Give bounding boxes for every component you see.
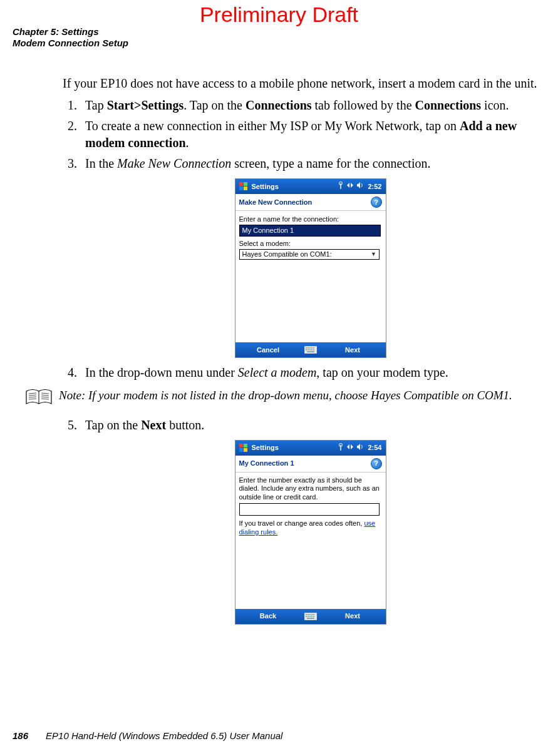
keyboard-icon[interactable] xyxy=(301,346,320,354)
svg-rect-15 xyxy=(311,349,313,350)
next-button[interactable]: Next xyxy=(320,343,386,357)
antenna-icon xyxy=(338,181,344,192)
device2-hint: If you travel or change area codes often… xyxy=(239,519,382,537)
watermark-preliminary-draft: Preliminary Draft xyxy=(0,3,558,27)
device2-body: Enter the number exactly as it should be… xyxy=(235,472,386,609)
book-note-icon xyxy=(25,389,53,411)
svg-rect-40 xyxy=(309,616,311,617)
device2-menu-bar: Back Next xyxy=(235,609,386,624)
svg-rect-29 xyxy=(244,448,247,452)
device1-modem-label: Select a modem: xyxy=(239,239,382,248)
step-3: In the Make New Connection screen, type … xyxy=(80,155,558,172)
device2-clock: 2:54 xyxy=(368,443,381,452)
svg-rect-43 xyxy=(307,618,314,619)
device2-screen-title-bar: My Connection 1 ? xyxy=(235,456,386,472)
svg-rect-1 xyxy=(244,182,247,186)
help-icon[interactable]: ? xyxy=(371,458,382,469)
device1-name-label: Enter a name for the connection: xyxy=(239,215,382,224)
svg-rect-27 xyxy=(244,444,247,447)
figure-enter-number: Settings 2:54 My Connection 1 ? xyxy=(63,440,558,625)
connection-name-input[interactable]: My Connection 1 xyxy=(239,225,381,237)
device2-title: Settings xyxy=(252,443,279,452)
windows-start-icon[interactable] xyxy=(239,444,248,452)
manual-title: EP10 Hand-Held (Windows Embedded 6.5) Us… xyxy=(46,730,282,741)
device-screenshot-2: Settings 2:54 My Connection 1 ? xyxy=(235,440,386,625)
page-body: If your EP10 does not have access to a m… xyxy=(63,75,558,631)
device1-clock: 2:52 xyxy=(368,182,381,192)
device1-title: Settings xyxy=(252,182,279,192)
svg-rect-39 xyxy=(307,616,309,617)
svg-rect-28 xyxy=(239,448,243,452)
device1-title-bar: Settings 2:52 xyxy=(235,179,386,194)
note-text: Note: If your modem is not listed in the… xyxy=(59,387,558,404)
svg-rect-16 xyxy=(313,349,314,350)
windows-start-icon[interactable] xyxy=(239,182,248,191)
svg-rect-38 xyxy=(306,616,307,617)
page-number: 186 xyxy=(13,730,28,741)
svg-rect-8 xyxy=(307,347,309,349)
connection-icon xyxy=(346,443,354,453)
antenna-icon xyxy=(338,443,344,453)
note-block: Note: If your modem is not listed in the… xyxy=(25,387,558,411)
phone-number-input[interactable] xyxy=(239,503,380,516)
svg-rect-42 xyxy=(313,616,314,617)
svg-rect-35 xyxy=(309,614,311,615)
svg-rect-13 xyxy=(307,349,309,350)
svg-rect-3 xyxy=(244,186,247,190)
svg-rect-11 xyxy=(313,347,314,349)
svg-rect-10 xyxy=(311,347,313,349)
svg-rect-9 xyxy=(309,347,311,349)
page-running-header: Chapter 5: Settings Modem Connection Set… xyxy=(13,26,128,49)
back-button[interactable]: Back xyxy=(235,609,301,623)
help-icon[interactable]: ? xyxy=(371,197,382,208)
step-list-mid: In the drop-down menu under Select a mod… xyxy=(63,364,558,381)
device2-title-bar: Settings 2:54 xyxy=(235,441,386,456)
section-title: Modem Connection Setup xyxy=(13,38,128,49)
svg-rect-34 xyxy=(307,614,309,615)
step-list-bottom: Tap on the Next button. xyxy=(63,417,558,434)
device-screenshot-1: Settings 2:52 Make New Connection ? xyxy=(235,178,386,358)
device1-screen-title: Make New Connection xyxy=(239,198,313,207)
svg-rect-2 xyxy=(239,186,243,190)
speaker-icon xyxy=(356,181,364,192)
connection-icon xyxy=(346,181,354,192)
modem-select-value: Hayes Compatible on COM1: xyxy=(242,250,332,259)
step-5: Tap on the Next button. xyxy=(80,417,558,434)
device2-screen-title: My Connection 1 xyxy=(239,459,294,468)
svg-rect-41 xyxy=(311,616,313,617)
modem-select-combo[interactable]: Hayes Compatible on COM1: ▼ xyxy=(239,249,380,260)
page-footer: 186EP10 Hand-Held (Windows Embedded 6.5)… xyxy=(13,730,282,741)
cancel-button[interactable]: Cancel xyxy=(235,343,301,357)
intro-paragraph: If your EP10 does not have access to a m… xyxy=(63,75,558,92)
device1-screen-title-bar: Make New Connection ? xyxy=(235,194,386,211)
svg-rect-33 xyxy=(306,614,307,615)
figure-make-new-connection: Settings 2:52 Make New Connection ? xyxy=(63,178,558,358)
step-2: To create a new connection in either My … xyxy=(80,118,558,151)
next-button[interactable]: Next xyxy=(320,609,386,623)
step-list-top: Tap Start>Settings. Tap on the Connectio… xyxy=(63,97,558,172)
keyboard-icon[interactable] xyxy=(301,613,320,620)
svg-rect-17 xyxy=(307,351,314,352)
device1-body: Enter a name for the connection: My Conn… xyxy=(235,211,386,342)
speaker-icon xyxy=(356,443,364,453)
svg-rect-0 xyxy=(239,182,243,186)
device2-instruction: Enter the number exactly as it should be… xyxy=(239,476,382,502)
svg-rect-36 xyxy=(311,614,313,615)
svg-rect-26 xyxy=(239,444,243,447)
svg-rect-12 xyxy=(306,349,307,350)
svg-rect-14 xyxy=(309,349,311,350)
device1-menu-bar: Cancel Next xyxy=(235,342,386,357)
svg-rect-37 xyxy=(313,614,314,615)
step-1: Tap Start>Settings. Tap on the Connectio… xyxy=(80,97,558,114)
chapter-title: Chapter 5: Settings xyxy=(13,26,128,38)
svg-rect-7 xyxy=(306,347,307,349)
chevron-down-icon: ▼ xyxy=(369,250,379,258)
step-4: In the drop-down menu under Select a mod… xyxy=(80,364,558,381)
